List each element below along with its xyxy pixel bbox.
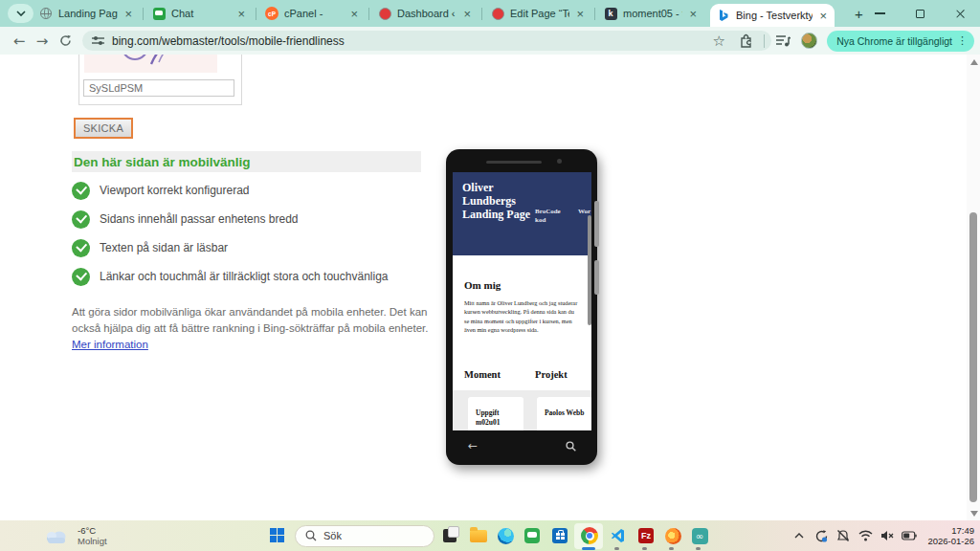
check-label: Sidans innehåll passar enhetens bredd	[100, 212, 298, 226]
phone-column-projekt: Projekt	[535, 369, 568, 380]
address-bar[interactable]: bing.com/webmaster/tools/mobile-friendli…	[82, 31, 771, 51]
chrome-update-pill[interactable]: Nya Chrome är tillgängligt ⋮	[827, 31, 974, 52]
chrome-icon[interactable]	[580, 526, 599, 545]
tab-close-icon[interactable]: ×	[818, 10, 828, 22]
reload-button[interactable]	[54, 27, 77, 55]
tab-dashboard[interactable]: Dashboard ‹ Oliver L ×	[371, 0, 479, 27]
more-information-link[interactable]: Mer information	[72, 339, 148, 350]
toolbar-right: ☆ Nya Chrome är tillgängligt ⋮	[710, 27, 980, 55]
captcha-input[interactable]	[83, 79, 234, 97]
check-icon	[72, 182, 90, 200]
chat-icon[interactable]	[523, 526, 542, 545]
tab-edit-page[interactable]: Edit Page “Teori” ‹ Ol ×	[484, 0, 591, 27]
search-label: Sök	[323, 530, 342, 541]
weather-widget[interactable]: -6°C Molnigt	[44, 520, 107, 551]
media-playlist-icon[interactable]	[774, 33, 791, 50]
tab-close-icon[interactable]: ×	[236, 8, 246, 20]
bookmark-star-icon[interactable]: ☆	[710, 33, 727, 50]
tab-title: Chat	[171, 8, 231, 19]
phone-screen: Oliver Lundbergs Landing Page BroCode ko…	[453, 172, 591, 430]
tab-divider	[368, 8, 369, 20]
disabled-slash-icon[interactable]	[835, 528, 851, 543]
window-minimize-button[interactable]	[859, 0, 900, 27]
volume-muted-icon[interactable]	[880, 528, 895, 543]
check-label: Texten på sidan är läsbar	[100, 241, 228, 254]
tab-close-icon[interactable]: ×	[349, 8, 359, 20]
tab-landing-page[interactable]: Landing Page ×	[33, 0, 140, 27]
update-sync-icon[interactable]	[813, 528, 829, 543]
phone-search-icon	[566, 441, 576, 452]
window-maximize-button[interactable]	[900, 0, 940, 27]
phone-site-header: Oliver Lundbergs Landing Page BroCode ko…	[453, 172, 591, 255]
phone-power-button	[594, 260, 599, 295]
tab-title: cPanel -	[284, 8, 344, 19]
tab-search-chevron-button[interactable]	[8, 4, 33, 23]
tab-chat[interactable]: Chat ×	[145, 0, 253, 27]
scrollbar-thumb[interactable]	[969, 212, 977, 502]
tab-close-icon[interactable]: ×	[688, 8, 698, 20]
extensions-icon[interactable]	[737, 33, 754, 50]
check-icon	[72, 268, 90, 286]
bing-icon	[717, 9, 730, 22]
tab-title: Bing - Testverktyg fö	[736, 10, 813, 21]
filezilla-icon[interactable]: Fz	[636, 526, 656, 545]
page-content: SKICKA Den här sidan är mobilvänlig View…	[0, 55, 980, 520]
phone-mockup: Oliver Lundbergs Landing Page BroCode ko…	[446, 149, 597, 465]
close-icon	[955, 9, 966, 19]
scroll-down-arrow[interactable]	[970, 511, 978, 517]
globe-icon	[39, 7, 53, 20]
vscode-icon[interactable]	[609, 526, 628, 545]
phone-camera-dot	[557, 159, 562, 164]
browser-toolbar: ← → bing.com/webmaster/tools/mobile-frie…	[0, 27, 980, 55]
check-icon	[72, 210, 90, 229]
edge-icon[interactable]	[496, 526, 515, 545]
tab-divider	[481, 8, 482, 20]
menu-dots-icon[interactable]: ⋮	[957, 34, 968, 47]
result-header-bar: Den här sidan är mobilvänlig	[72, 151, 421, 172]
weather-condition: Molnigt	[78, 536, 107, 546]
wordpress-site-icon	[378, 7, 391, 20]
phone-card-uppgift[interactable]: Uppgift m02u01	[468, 397, 523, 430]
k-app-icon: k	[604, 7, 617, 20]
browser-scrollbar[interactable]	[967, 55, 980, 520]
running-dot	[614, 547, 619, 550]
weather-temp: -6°C	[78, 525, 107, 536]
microsoft-store-icon[interactable]	[550, 526, 569, 545]
phone-about-text: Mitt namn är Oliver Lundberg och jag stu…	[464, 298, 578, 335]
tab-close-icon[interactable]: ×	[462, 8, 472, 20]
tab-title: Edit Page “Teori” ‹ Ol	[510, 8, 569, 19]
cpanel-icon: cP	[265, 7, 278, 20]
infinity-app-icon[interactable]: ∞	[690, 526, 709, 545]
phone-site-title: Oliver Lundbergs Landing Page	[462, 181, 531, 221]
phone-windows-icon	[517, 440, 527, 452]
check-label: Viewport korrekt konfigurerad	[100, 184, 250, 197]
battery-icon[interactable]	[902, 528, 917, 543]
cloud-icon	[44, 528, 69, 544]
window-close-button[interactable]	[940, 0, 980, 27]
wifi-icon[interactable]	[858, 528, 873, 543]
tab-close-icon[interactable]: ×	[123, 8, 133, 20]
task-view-icon[interactable]	[440, 526, 459, 545]
submit-button[interactable]: SKICKA	[74, 118, 133, 139]
captcha-container	[78, 55, 242, 105]
hidden-icons-chevron[interactable]	[791, 528, 807, 543]
back-button[interactable]: ←	[8, 27, 31, 55]
taskbar-clock[interactable]: 17:49 2026-01-26	[927, 525, 974, 546]
tab-moment05[interactable]: k moment05 - teori ×	[597, 0, 704, 27]
phone-scrollbar-thumb	[588, 215, 591, 325]
phone-speaker	[486, 161, 542, 164]
taskbar-search[interactable]: Sök	[295, 525, 434, 547]
profile-avatar[interactable]	[801, 33, 817, 49]
check-icon	[72, 239, 90, 257]
file-explorer-icon[interactable]	[469, 526, 488, 545]
tab-bing-active[interactable]: Bing - Testverktyg fö ×	[710, 4, 835, 27]
firefox-icon[interactable]	[663, 526, 682, 545]
phone-card-paolos[interactable]: Paolos Webb	[537, 397, 591, 430]
tab-cpanel[interactable]: cP cPanel - ×	[258, 0, 366, 27]
tab-close-icon[interactable]: ×	[575, 8, 585, 20]
toolbar-divider	[764, 34, 765, 48]
forward-button[interactable]: →	[31, 27, 54, 55]
start-button[interactable]	[270, 528, 284, 542]
scroll-up-arrow[interactable]	[970, 59, 978, 65]
phone-nav-brocode[interactable]: BroCode kod	[535, 208, 569, 225]
